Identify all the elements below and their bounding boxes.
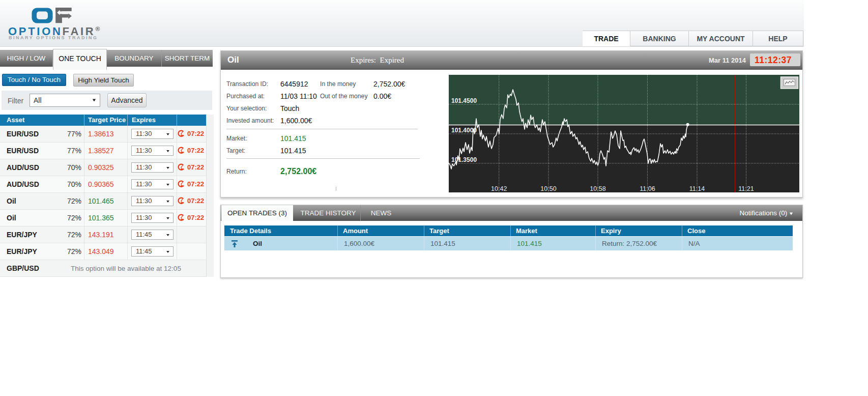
svg-text:11:06: 11:06 xyxy=(640,185,655,192)
svg-text:11:14: 11:14 xyxy=(689,185,705,192)
svg-text:101.3500: 101.3500 xyxy=(451,156,477,163)
svg-text:101.4500: 101.4500 xyxy=(451,97,477,104)
svg-text:10:42: 10:42 xyxy=(491,185,507,192)
svg-text:11:21: 11:21 xyxy=(738,185,754,192)
svg-text:10:50: 10:50 xyxy=(540,185,556,192)
svg-text:10:58: 10:58 xyxy=(590,185,605,192)
